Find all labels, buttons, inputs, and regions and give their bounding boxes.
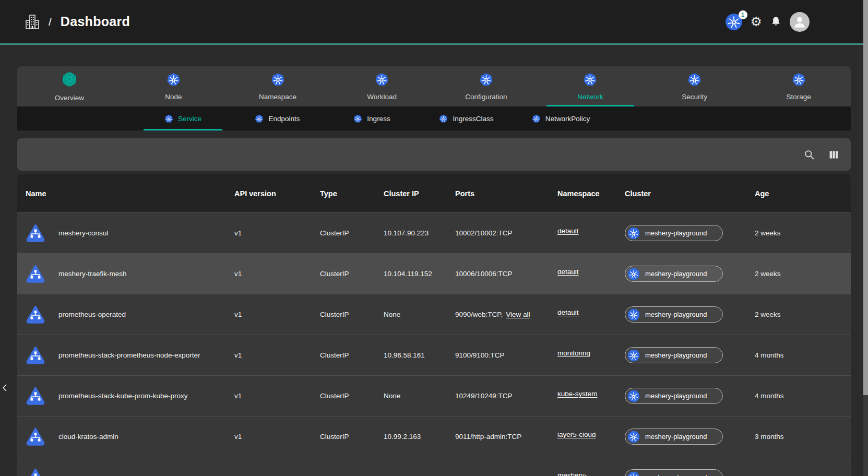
cluster-ip-value: 10.96.58.161 [384, 351, 455, 359]
kubernetes-icon [627, 308, 640, 321]
kubernetes-icon [479, 73, 493, 89]
services-table: NameAPI versionTypeCluster IPPortsNamesp… [17, 174, 851, 476]
kubernetes-icon [627, 268, 640, 280]
resource-tab-configuration[interactable]: Configuration [434, 66, 539, 106]
table-header-row: NameAPI versionTypeCluster IPPortsNamesp… [17, 174, 851, 212]
column-header[interactable]: API version [234, 189, 320, 198]
service-icon [26, 264, 45, 284]
resource-tab-namespace[interactable]: Namespace [225, 66, 330, 106]
namespace-link[interactable]: default [557, 311, 579, 316]
subtab-networkpolicy[interactable]: NetworkPolicy [514, 106, 608, 130]
subtab-ingressclass[interactable]: IngressClass [419, 106, 514, 130]
table-toolbar [17, 138, 851, 171]
service-icon [26, 223, 45, 243]
kubernetes-icon [532, 114, 541, 123]
kubernetes-icon [255, 114, 264, 123]
cluster-chip[interactable]: meshery-playground [625, 347, 723, 363]
age-value: 2 weeks [755, 270, 851, 278]
notifications-bell-icon[interactable] [770, 16, 782, 28]
cluster-chip[interactable]: meshery-playground [625, 388, 723, 404]
column-header[interactable]: Age [755, 189, 851, 198]
kubernetes-icon [439, 114, 448, 123]
resource-tab-node[interactable]: Node [122, 66, 226, 106]
kubernetes-icon [167, 73, 181, 89]
service-type-value: ClusterIP [320, 229, 384, 237]
service-name: meshery-traefik-mesh [58, 270, 127, 278]
view-all-ports-link[interactable]: View all [506, 311, 530, 318]
table-body: meshery-consul v1 ClusterIP 10.107.90.22… [17, 212, 851, 476]
search-icon[interactable] [804, 149, 815, 160]
top-bar: / Dashboard 1 ⚙ [0, 0, 868, 45]
table-row[interactable]: prometheus-stack-kube-prom-kube-proxy v1… [17, 375, 851, 416]
dashboard-content: Overview Node Namespace Workload Configu… [0, 66, 868, 476]
ports-value: 9100/9100:TCP [455, 351, 505, 359]
subtab-service[interactable]: Service [136, 106, 230, 130]
kubernetes-icon [353, 114, 362, 123]
service-type-value: ClusterIP [320, 392, 384, 400]
namespace-link[interactable]: kube-system [557, 392, 598, 398]
resource-tab-network[interactable]: Network [538, 66, 643, 106]
cluster-chip[interactable]: meshery-playground [625, 225, 723, 241]
kubernetes-icon [164, 114, 173, 123]
table-row[interactable]: meshery-traefik-mesh v1 ClusterIP 10.104… [17, 253, 851, 294]
service-name: prometheus-stack-prometheus-node-exporte… [58, 351, 200, 359]
kubernetes-icon [583, 73, 597, 89]
column-header[interactable]: Type [320, 189, 384, 198]
view-columns-icon[interactable] [828, 149, 839, 160]
column-header[interactable]: Name [26, 189, 234, 198]
column-header[interactable]: Cluster [625, 189, 755, 198]
table-row[interactable]: prometheus-stack-prometheus-node-exporte… [17, 335, 851, 375]
namespace-link[interactable]: default [557, 270, 579, 276]
age-value: 4 months [755, 392, 851, 400]
column-header[interactable]: Cluster IP [384, 189, 455, 198]
kubernetes-icon [687, 73, 701, 89]
resource-tab-storage[interactable]: Storage [746, 66, 851, 106]
settings-gear-icon[interactable]: ⚙ [751, 15, 762, 28]
api-version-value: v1 [234, 392, 320, 400]
resource-tab-workload[interactable]: Workload [330, 66, 434, 106]
service-icon [26, 427, 45, 447]
kubernetes-context-button[interactable]: 1 [725, 13, 743, 31]
column-header[interactable]: Namespace [557, 189, 625, 198]
resource-tab-security[interactable]: Security [643, 66, 747, 106]
ports-value: 9090/web:TCP, [455, 311, 503, 318]
service-type-value: ClusterIP [320, 311, 384, 318]
service-type-value: ClusterIP [320, 433, 384, 441]
kubernetes-icon [792, 73, 806, 89]
namespace-link[interactable]: default [557, 229, 579, 235]
namespace-link[interactable]: meshery- [557, 473, 587, 476]
meshery-logo-icon [61, 71, 78, 90]
table-row[interactable]: prometheus-operated v1 ClusterIP None 90… [17, 294, 851, 335]
resource-tabs: Overview Node Namespace Workload Configu… [17, 66, 851, 106]
cluster-chip[interactable]: meshery-playground [625, 429, 723, 445]
context-count-badge: 1 [739, 10, 747, 19]
table-row[interactable]: cloud-kratos-admin v1 ClusterIP 10.99.2.… [17, 416, 851, 457]
namespace-link[interactable]: monitoring [557, 351, 590, 357]
organization-icon[interactable] [24, 13, 41, 31]
service-icon [26, 305, 45, 325]
table-row[interactable]: meshery-consul v1 ClusterIP 10.107.90.22… [17, 212, 851, 253]
column-header[interactable]: Ports [455, 189, 557, 198]
cluster-chip[interactable]: meshery-playground [625, 266, 723, 282]
kubernetes-icon [627, 227, 640, 240]
network-subtabs: Service Endpoints Ingress IngressClass N… [17, 106, 851, 130]
api-version-value: v1 [234, 311, 320, 318]
sidebar-expand-button[interactable] [1, 380, 10, 396]
cluster-chip[interactable]: meshery-playground [625, 469, 723, 476]
age-value: 2 weeks [755, 311, 851, 318]
table-row[interactable]: meshery- meshery-playground [17, 457, 851, 476]
ports-value: 10002/10002:TCP [455, 229, 513, 237]
subtab-endpoints[interactable]: Endpoints [230, 106, 325, 130]
resource-tab-overview[interactable]: Overview [17, 66, 122, 106]
kubernetes-icon [627, 431, 640, 443]
scrollbar-thumb[interactable] [863, 0, 868, 395]
breadcrumb-separator: / [49, 16, 52, 28]
age-value: 2 weeks [755, 229, 851, 237]
service-icon [26, 386, 45, 406]
service-name: cloud-kratos-admin [58, 433, 118, 441]
subtab-ingress[interactable]: Ingress [325, 106, 419, 130]
namespace-link[interactable]: layer5-cloud [557, 433, 596, 438]
cluster-chip[interactable]: meshery-playground [625, 306, 723, 323]
page-scrollbar [863, 0, 868, 476]
user-avatar[interactable] [790, 12, 810, 32]
